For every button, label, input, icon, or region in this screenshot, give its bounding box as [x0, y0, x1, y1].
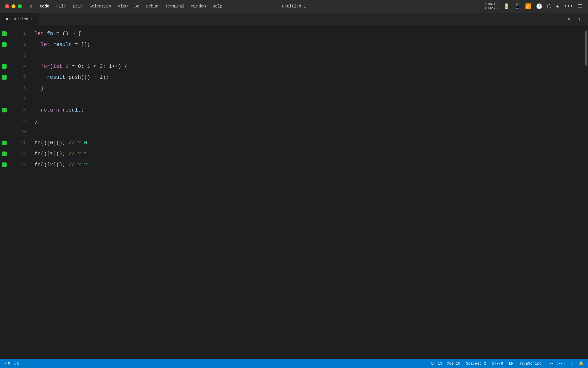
- code-token: = (): [53, 28, 72, 39]
- minimize-button[interactable]: [11, 4, 16, 8]
- editor-tab[interactable]: Untitled-1: [0, 13, 39, 25]
- maximize-button[interactable]: [18, 4, 22, 8]
- menu-file[interactable]: File: [53, 0, 69, 13]
- code-line-10: [34, 126, 584, 137]
- code-token: // ?: [69, 148, 84, 159]
- titlebar:  Code File Edit Selection View Go Debug…: [0, 0, 588, 13]
- line-number-8: 8: [11, 105, 26, 116]
- code-token: 0: [84, 137, 87, 148]
- error-count[interactable]: ✕ 0 ⚠ 0: [5, 361, 19, 366]
- code-token: result: [62, 105, 81, 116]
- notification-bell[interactable]: 🔔: [579, 361, 583, 366]
- breakpoint-13[interactable]: [0, 159, 9, 170]
- breakpoint-1[interactable]: [0, 28, 9, 39]
- code-area[interactable]: 12345678910111213 let fn = () ⇒ { let re…: [0, 25, 588, 359]
- warning-number: 0: [17, 361, 19, 366]
- code-line-7: [34, 94, 584, 105]
- breakpoints-gutter: [0, 28, 9, 356]
- bell-icon: 🔔: [579, 361, 583, 366]
- code-token: ⇒: [93, 72, 96, 83]
- traffic-lights: [0, 4, 27, 8]
- line-number-2: 2: [11, 39, 26, 50]
- line-number-4: 4: [11, 61, 26, 72]
- menu-help[interactable]: Help: [209, 0, 226, 13]
- encoding[interactable]: UTF-8: [492, 361, 503, 366]
- code-token: ;: [81, 61, 87, 72]
- spaces-text: Spaces: 2: [466, 361, 486, 366]
- wifi-icon: 📶: [525, 3, 531, 9]
- cursor-position[interactable]: Ln 13, Col 16: [431, 361, 460, 366]
- code-token: 0: [50, 137, 53, 148]
- line-number-10: 10: [11, 126, 26, 137]
- breakpoint-5[interactable]: [0, 72, 9, 83]
- menu-bar:  Code File Edit Selection View Go Debug…: [27, 0, 226, 13]
- menu-window[interactable]: Window: [188, 0, 209, 13]
- code-token: {: [75, 28, 81, 39]
- line-number-11: 11: [11, 137, 26, 148]
- code-token: // ?: [69, 159, 84, 170]
- split-editor-icon[interactable]: ⊟: [579, 16, 582, 22]
- breakpoint-3[interactable]: [0, 50, 9, 61]
- menu-code[interactable]: Code: [36, 0, 53, 13]
- code-token: 2: [50, 159, 53, 170]
- code-token: 3: [100, 61, 103, 72]
- breakpoint-6[interactable]: [0, 83, 9, 94]
- code-line-6: }: [34, 83, 584, 94]
- code-token: ]();: [53, 159, 69, 170]
- indent-display[interactable]: [--=:--]: [547, 361, 565, 366]
- eol[interactable]: LF: [509, 361, 513, 366]
- breakpoint-7[interactable]: [0, 94, 9, 105]
- smiley-button[interactable]: ☺: [571, 361, 573, 366]
- indentation[interactable]: Spaces: 2: [466, 361, 486, 366]
- breakpoint-11[interactable]: [0, 137, 9, 148]
- code-token: 1: [84, 148, 87, 159]
- code-token: for: [41, 61, 50, 72]
- code-token: ⇒: [72, 28, 75, 39]
- code-token: let: [53, 61, 65, 72]
- breakpoint-8[interactable]: [0, 105, 9, 116]
- breakpoint-4[interactable]: [0, 61, 9, 72]
- language-text: JavaScript: [519, 361, 541, 366]
- menu-debug[interactable]: Debug: [143, 0, 162, 13]
- scrollbar-thumb[interactable]: [585, 31, 587, 66]
- line-number-12: 12: [11, 148, 26, 159]
- breakpoint-2[interactable]: [0, 39, 9, 50]
- clock-icon: 🕐: [536, 3, 542, 9]
- vertical-scrollbar[interactable]: [584, 28, 588, 356]
- code-token: =: [69, 61, 78, 72]
- code-content[interactable]: let fn = () ⇒ { let result = []; for(let…: [32, 28, 584, 356]
- encoding-text: UTF-8: [492, 361, 503, 366]
- code-token: let: [41, 39, 53, 50]
- close-button[interactable]: [5, 4, 9, 8]
- warning-icon: ⚠: [14, 361, 16, 366]
- code-token: };: [34, 116, 41, 126]
- menu-edit[interactable]: Edit: [69, 0, 86, 13]
- line-number-1: 1: [11, 28, 26, 39]
- code-token: i);: [96, 72, 109, 83]
- code-token: 2: [84, 159, 87, 170]
- more-tabs-icon[interactable]: ●: [567, 16, 571, 22]
- menu-view[interactable]: View: [115, 0, 131, 13]
- breakpoint-12[interactable]: [0, 148, 9, 159]
- code-token: fn: [34, 159, 41, 170]
- breakpoint-9[interactable]: [0, 116, 9, 126]
- editor-tab-row: Untitled-1 ● ⊟: [0, 13, 588, 25]
- editor-container: Untitled-1 ● ⊟ 12345678910111213 let fn …: [0, 13, 588, 359]
- code-line-8: return result;: [34, 105, 584, 116]
- code-token: [34, 105, 41, 116]
- menu-terminal[interactable]: Terminal: [162, 0, 188, 13]
- menu-selection[interactable]: Selection: [86, 0, 115, 13]
- line-numbers: 12345678910111213: [9, 28, 32, 356]
- code-token: // ?: [69, 137, 84, 148]
- breakpoint-10[interactable]: [0, 126, 9, 137]
- code-token: let: [34, 28, 47, 39]
- share-icon: ⬡: [547, 3, 552, 9]
- line-number-5: 5: [11, 72, 26, 83]
- menu-go[interactable]: Go: [131, 0, 143, 13]
- code-token: ()[: [41, 148, 50, 159]
- code-line-11: fn()[0](); // ? 0: [34, 137, 584, 148]
- bp-active-dot: [2, 42, 7, 47]
- apple-menu[interactable]: : [27, 0, 36, 13]
- language-mode[interactable]: JavaScript: [519, 361, 541, 366]
- code-token: ()[: [41, 137, 50, 148]
